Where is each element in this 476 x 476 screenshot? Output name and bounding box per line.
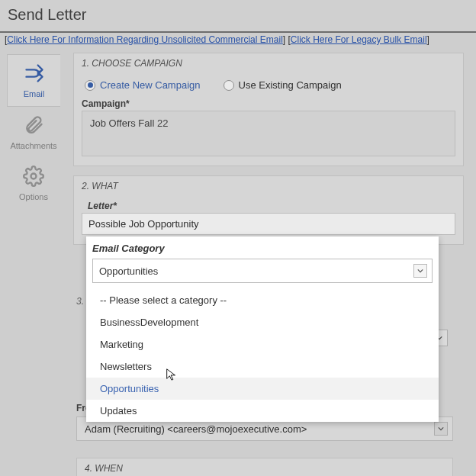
email-category-select[interactable]: Opportunities [92, 259, 433, 283]
category-option-newsletters[interactable]: Newsletters [86, 355, 439, 378]
tab-email-label: Email [24, 89, 45, 98]
step4-head: 4. WHEN [77, 458, 452, 476]
step4-section: 4. WHEN [76, 458, 453, 476]
email-category-selected-value: Opportunities [99, 265, 158, 277]
from-value: Adam (Recruiting) <careers@mojoexecutive… [85, 423, 307, 435]
shuffle-icon [24, 63, 45, 86]
main-content: 1. CHOOSE CAMPAIGN Create New Campaign U… [67, 48, 476, 254]
chevron-down-icon [434, 422, 448, 436]
left-tabs: Email Attachments Options [0, 48, 67, 254]
letter-label: Letter* [82, 199, 455, 213]
radio-create-new[interactable] [85, 80, 95, 91]
category-option-businessdevelopment[interactable]: BusinessDevelopment [86, 311, 439, 333]
letter-input[interactable]: Possible Job Opportunity [82, 213, 455, 235]
tab-options[interactable]: Options [7, 158, 60, 209]
step2-head: 2. WHAT [74, 176, 463, 196]
top-warning-links: [Click Here For Information Regarding Un… [0, 31, 476, 48]
campaign-label: Campaign* [82, 97, 455, 111]
campaign-input[interactable]: Job Offers Fall 22 [82, 111, 455, 156]
category-option-placeholder[interactable]: -- Please select a category -- [86, 289, 439, 311]
step3-head: 3. [76, 296, 84, 307]
unsolicited-email-link[interactable]: Click Here For Information Regarding Uns… [7, 34, 282, 45]
tab-email[interactable]: Email [7, 54, 60, 107]
step2-section: 2. WHAT Letter* Possible Job Opportunity [73, 175, 464, 245]
gear-icon [23, 166, 44, 189]
email-category-title: Email Category [86, 236, 439, 257]
email-category-options: -- Please select a category -- BusinessD… [86, 289, 439, 422]
tab-attachments-label: Attachments [10, 141, 56, 150]
email-category-popup: Email Category Opportunities -- Please s… [86, 236, 439, 422]
step1-head: 1. CHOOSE CAMPAIGN [74, 53, 463, 73]
page-title: Send Letter [0, 0, 476, 31]
legacy-bulk-email-link[interactable]: Click Here For Legacy Bulk Email [291, 34, 427, 45]
radio-use-existing[interactable] [224, 80, 234, 91]
category-option-marketing[interactable]: Marketing [86, 333, 439, 355]
tab-options-label: Options [19, 192, 48, 201]
tab-attachments[interactable]: Attachments [7, 107, 60, 158]
step1-section: 1. CHOOSE CAMPAIGN Create New Campaign U… [73, 53, 464, 166]
category-option-updates[interactable]: Updates [86, 400, 439, 422]
radio-existing-label: Use Existing Campaign [239, 79, 342, 91]
chevron-down-icon [413, 264, 427, 278]
category-option-opportunities[interactable]: Opportunities [86, 378, 439, 400]
svg-point-0 [31, 174, 37, 179]
radio-create-label: Create New Campaign [100, 79, 201, 91]
paperclip-icon [23, 114, 44, 138]
